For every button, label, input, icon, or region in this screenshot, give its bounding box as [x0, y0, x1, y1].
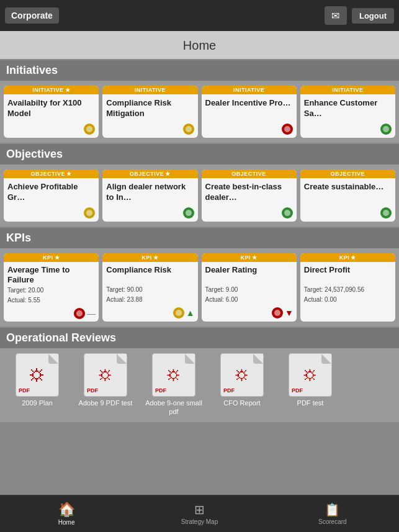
pdf-item-2[interactable]: PDF ⛭ Adobe 9-one small pdf	[143, 353, 205, 415]
pdf-item-3[interactable]: PDF ⛭ CFO Report	[211, 353, 273, 407]
objective-title-1: Align dealer network to In…	[102, 178, 197, 205]
kpi-data-1: Target: 90.00 Actual: 23.88	[106, 285, 194, 305]
nav-strategy-map[interactable]: ⊞ Strategy Map	[174, 502, 224, 525]
objective-title-3: Create sustainable…	[300, 178, 395, 205]
initiative-card-0[interactable]: INITIATIVE Availabilty for X100 Model	[4, 86, 99, 138]
top-bar-right: ✉ Logout	[325, 6, 394, 25]
pdf-item-4[interactable]: PDF ⛭ PDF test	[279, 353, 341, 407]
kpi-card-1[interactable]: KPI Compliance Risk Target: 90.00 Actual…	[102, 253, 197, 322]
pdf-icon-1: PDF ⛭	[84, 353, 127, 397]
objective-tag-1: OBJECTIVE	[102, 169, 197, 178]
status-dot-3	[380, 124, 392, 135]
objective-tag-2: OBJECTIVE	[202, 169, 297, 178]
kpi-tag-0: KPI	[4, 253, 99, 262]
pdf-label-2: Adobe 9-one small pdf	[143, 399, 205, 415]
obj-status-dot-1	[183, 207, 194, 219]
initiative-title-0: Availabilty for X100 Model	[4, 94, 99, 122]
main-content: Home Initiatives INITIATIVE Availabilty …	[0, 31, 399, 495]
initiative-card-2[interactable]: INITIATIVE Dealer Incentive Pro…	[202, 86, 297, 138]
kpi-card-3[interactable]: KPI Direct Profit Target: 24,537,090.56 …	[300, 253, 395, 322]
objective-footer-0	[4, 205, 99, 222]
kpi-card-0[interactable]: KPI Average Time to Failure Target: 20.0…	[4, 253, 99, 322]
kpi-body-2: Dealer Rating Target: 9.00 Actual: 6.00	[202, 262, 297, 306]
pdf-icon-3: PDF ⛭	[220, 353, 264, 397]
kpi-status-2	[272, 307, 283, 318]
kpi-footer-2: ▼	[202, 306, 297, 321]
pdf-label-3: CFO Report	[223, 399, 260, 407]
objectives-section-header: Objectives	[0, 144, 399, 165]
kpi-footer-0: —	[4, 307, 99, 322]
nav-scorecard[interactable]: 📋 Scorecard	[308, 502, 357, 525]
initiative-title-3: Enhance Customer Sa…	[300, 94, 395, 122]
kpi-arrow-2: ▼	[285, 308, 294, 318]
kpi-footer-3	[300, 306, 395, 310]
logout-button[interactable]: Logout	[352, 8, 394, 24]
initiative-title-1: Compliance Risk Mitigation	[102, 94, 197, 122]
mail-button[interactable]: ✉	[325, 6, 347, 25]
pdf-icon-0: ⛭ PDF	[16, 353, 59, 397]
initiative-card-1[interactable]: INITIATIVE Compliance Risk Mitigation	[102, 86, 197, 138]
obj-status-dot-3	[380, 207, 392, 219]
objective-footer-3	[300, 205, 395, 222]
objective-footer-1	[102, 205, 197, 222]
pdf-acrobat-icon-0: ⛭	[27, 364, 47, 387]
pdf-label-1: Adobe 9 PDF test	[79, 399, 133, 407]
objective-title-0: Achieve Profitable Gr…	[4, 178, 99, 205]
initiative-tag-2: INITIATIVE	[202, 86, 297, 94]
objective-title-2: Create best-in-class dealer…	[202, 178, 297, 205]
initiative-tag-3: INITIATIVE	[300, 86, 395, 94]
pdf-item-0[interactable]: ⛭ PDF 2009 Plan	[6, 353, 68, 407]
kpi-body-1: Compliance Risk Target: 90.00 Actual: 23…	[102, 262, 197, 306]
nav-home[interactable]: 🏠 Home	[42, 502, 91, 526]
pdf-icon-2: PDF ⛭	[152, 353, 195, 397]
status-dot-1	[183, 124, 194, 135]
pdf-label-4: PDF test	[297, 399, 324, 407]
initiative-footer-0	[4, 122, 99, 138]
kpi-card-2[interactable]: KPI Dealer Rating Target: 9.00 Actual: 6…	[202, 253, 297, 322]
status-dot-0	[84, 124, 95, 135]
kpi-tag-2: KPI	[202, 253, 297, 262]
kpi-title-0: Average Time to Failure	[7, 265, 95, 286]
strategy-map-icon: ⊞	[194, 502, 205, 517]
pdf-label-0: 2009 Plan	[22, 399, 53, 407]
kpi-arrow-0: —	[87, 309, 96, 318]
kpi-body-0: Average Time to Failure Target: 20.00 Ac…	[4, 262, 99, 307]
kpi-title-2: Dealer Rating	[205, 265, 293, 285]
kpi-title-3: Direct Profit	[304, 265, 392, 285]
kpis-section-header: KPIs	[0, 228, 399, 248]
objective-card-3[interactable]: OBJECTIVE Create sustainable…	[300, 169, 395, 222]
obj-status-dot-2	[282, 207, 293, 219]
initiatives-cards-row: INITIATIVE Availabilty for X100 Model IN…	[0, 81, 399, 143]
pdf-item-1[interactable]: PDF ⛭ Adobe 9 PDF test	[74, 353, 137, 407]
page-title: Home	[0, 31, 399, 59]
kpi-status-0	[74, 308, 85, 319]
kpi-footer-1: ▲	[102, 306, 197, 321]
pdf-icon-4: PDF ⛭	[289, 353, 332, 397]
nav-home-label: Home	[58, 519, 75, 526]
objective-tag-0: OBJECTIVE	[4, 169, 99, 178]
kpi-body-3: Direct Profit Target: 24,537,090.56 Actu…	[300, 262, 395, 306]
bottom-nav: 🏠 Home ⊞ Strategy Map 📋 Scorecard	[0, 495, 399, 532]
kpi-arrow-1: ▲	[186, 308, 195, 318]
initiative-card-3[interactable]: INITIATIVE Enhance Customer Sa…	[300, 86, 395, 138]
nav-strategy-map-label: Strategy Map	[181, 518, 218, 525]
kpi-tag-1: KPI	[102, 253, 197, 262]
operational-reviews-row: ⛭ PDF 2009 Plan PDF ⛭ Adobe 9 PDF test P…	[0, 348, 399, 422]
obj-status-dot-0	[84, 207, 95, 219]
objective-card-2[interactable]: OBJECTIVE Create best-in-class dealer…	[202, 169, 297, 222]
kpis-cards-row: KPI Average Time to Failure Target: 20.0…	[0, 248, 399, 327]
kpi-title-1: Compliance Risk	[106, 265, 194, 285]
objective-footer-2	[202, 205, 297, 222]
initiative-title-2: Dealer Incentive Pro…	[202, 94, 297, 122]
initiative-footer-3	[300, 122, 395, 138]
objective-card-0[interactable]: OBJECTIVE Achieve Profitable Gr…	[4, 169, 99, 222]
objective-card-1[interactable]: OBJECTIVE Align dealer network to In…	[102, 169, 197, 222]
corporate-label[interactable]: Corporate	[5, 7, 59, 24]
objective-tag-3: OBJECTIVE	[300, 169, 395, 178]
kpi-tag-3: KPI	[300, 253, 395, 262]
nav-scorecard-label: Scorecard	[318, 518, 347, 525]
top-bar: Corporate ✉ Logout	[0, 0, 399, 31]
home-icon: 🏠	[58, 502, 75, 518]
kpi-data-3: Target: 24,537,090.56 Actual: 0.00	[304, 285, 392, 305]
objectives-cards-row: OBJECTIVE Achieve Profitable Gr… OBJECTI…	[0, 165, 399, 227]
